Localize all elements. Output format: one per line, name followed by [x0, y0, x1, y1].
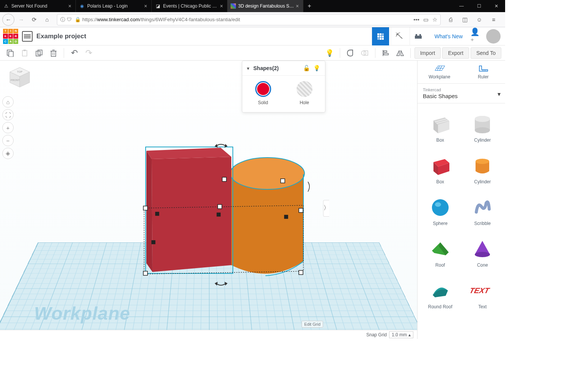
- export-button[interactable]: Export: [442, 47, 469, 59]
- minimize-button[interactable]: —: [453, 0, 470, 12]
- workplane-label: Workplane: [34, 303, 130, 324]
- shape-cylinder-hole[interactable]: Cylinder: [462, 107, 503, 147]
- tinkercad-logo[interactable]: TIN KER CAD: [3, 29, 18, 44]
- chevron-down-icon: ▾: [498, 91, 501, 98]
- delete-button[interactable]: [47, 47, 60, 59]
- back-button[interactable]: ←: [2, 14, 14, 26]
- redo-button[interactable]: ↷: [82, 47, 95, 59]
- svg-rect-42: [152, 241, 155, 244]
- edit-grid-button[interactable]: Edit Grid: [301, 321, 323, 328]
- shape-label: Sphere: [433, 221, 447, 226]
- browser-tab[interactable]: ⚠ Server Not Found ×: [0, 0, 76, 12]
- svg-rect-44: [281, 179, 285, 183]
- url-path: /things/6WIFehyV4C4-fantabulous-stantia/…: [140, 17, 240, 22]
- duplicate-button[interactable]: [33, 47, 46, 59]
- svg-point-68: [432, 199, 449, 216]
- solid-option[interactable]: Solid: [255, 81, 271, 105]
- blocks-view-button[interactable]: ⛏: [391, 27, 408, 45]
- mirror-button[interactable]: [394, 47, 407, 59]
- notes-icon[interactable]: [22, 31, 33, 42]
- shape-roof[interactable]: Roof: [420, 232, 461, 272]
- shape-label: Box: [436, 179, 444, 184]
- project-name[interactable]: Example project: [36, 33, 86, 40]
- snap-grid-selector[interactable]: 1.0 mm ▴: [389, 331, 413, 338]
- user-avatar[interactable]: [486, 29, 501, 44]
- sidebar-expand-button[interactable]: 〉: [323, 200, 329, 217]
- close-icon[interactable]: ×: [295, 3, 300, 9]
- align-button[interactable]: [379, 47, 392, 59]
- hole-option[interactable]: Hole: [297, 81, 312, 105]
- url-bar[interactable]: ⓘ 🛡 🔒 https://www.tinkercad.com/things/6…: [57, 14, 441, 25]
- browser-tab[interactable]: ◉ Polaris Leap - Login ×: [76, 0, 152, 12]
- library-icon[interactable]: ⎙: [444, 14, 457, 26]
- edit-toolbar: ↶ ↷ 💡 Import Export Send To: [0, 45, 505, 61]
- account-icon[interactable]: ☺: [473, 14, 485, 26]
- send-to-button[interactable]: Send To: [471, 47, 501, 59]
- svg-rect-13: [9, 52, 13, 57]
- category-name: Basic Shapes: [423, 93, 500, 99]
- close-icon[interactable]: ×: [67, 3, 72, 9]
- workplane-tool[interactable]: Workplane: [418, 61, 462, 83]
- shape-label: Cylinder: [474, 137, 491, 143]
- menu-icon[interactable]: ≡: [488, 14, 500, 26]
- url-prefix: https://: [82, 17, 97, 22]
- svg-point-31: [230, 158, 305, 189]
- shape-label: Cylinder: [474, 179, 491, 184]
- snap-grid-label: Snap Grid: [366, 332, 387, 337]
- import-button[interactable]: Import: [414, 47, 441, 59]
- shape-box-red[interactable]: Box: [420, 149, 461, 188]
- close-icon[interactable]: ×: [143, 3, 148, 9]
- shape-scribble[interactable]: Scribble: [462, 191, 503, 230]
- copy-button[interactable]: [4, 47, 17, 59]
- svg-rect-8: [382, 38, 384, 40]
- browser-tab-active[interactable]: 3D design Fantabulous Stantia ×: [228, 0, 303, 12]
- home-button[interactable]: ⌂: [41, 14, 53, 26]
- lego-view-button[interactable]: [410, 27, 427, 45]
- close-window-button[interactable]: ✕: [488, 0, 505, 12]
- svg-rect-3: [377, 36, 379, 37]
- bookmark-icon[interactable]: ☆: [432, 16, 437, 23]
- group-button[interactable]: [344, 47, 357, 59]
- shape-text[interactable]: TEXTText: [462, 274, 503, 313]
- ungroup-button[interactable]: [358, 47, 371, 59]
- svg-point-63: [475, 116, 490, 122]
- new-tab-button[interactable]: +: [303, 0, 316, 12]
- solid-swatch: [255, 81, 271, 97]
- canvas[interactable]: TOP FRONT ⌂ ⛶ + − ◈: [0, 61, 417, 339]
- close-icon[interactable]: ×: [219, 3, 224, 9]
- collapse-icon[interactable]: ▾: [247, 66, 250, 71]
- lock-icon[interactable]: 🔓: [303, 65, 310, 72]
- ruler-tool[interactable]: Ruler: [462, 61, 506, 83]
- shape-round-roof[interactable]: Round Roof: [420, 274, 461, 313]
- shape-category-selector[interactable]: Tinkercad Basic Shapes ▾: [418, 84, 505, 103]
- svg-point-69: [435, 202, 441, 207]
- paste-button[interactable]: [18, 47, 31, 59]
- sidebar-icon[interactable]: ◫: [459, 14, 471, 26]
- reader-icon[interactable]: ▭: [423, 16, 429, 23]
- more-icon[interactable]: •••: [413, 16, 419, 23]
- tab-title: Server Not Found: [11, 3, 67, 9]
- site-icon: ◪: [155, 3, 161, 9]
- status-bar: Snap Grid 1.0 mm ▴: [0, 330, 417, 339]
- shape-cylinder-orange[interactable]: Cylinder: [462, 149, 503, 188]
- shape-cone[interactable]: Cone: [462, 232, 503, 272]
- invite-icon[interactable]: 👤⁺: [470, 27, 483, 45]
- bulb-icon[interactable]: 💡: [323, 47, 336, 59]
- selected-shapes[interactable]: [133, 133, 311, 295]
- bricks-view-button[interactable]: [372, 27, 389, 45]
- workplane-tool-label: Workplane: [429, 74, 450, 80]
- info-icon: ⓘ: [60, 16, 65, 23]
- lock-icon: 🔒: [75, 17, 81, 22]
- undo-button[interactable]: ↶: [68, 47, 81, 59]
- maximize-button[interactable]: ☐: [470, 0, 488, 12]
- bulb-icon[interactable]: 💡: [313, 65, 320, 72]
- svg-point-23: [361, 51, 366, 55]
- shape-box-hole[interactable]: Box: [420, 107, 461, 147]
- forward-button[interactable]: →: [15, 14, 27, 26]
- whats-new-link[interactable]: What's New: [429, 33, 469, 39]
- svg-rect-5: [382, 36, 384, 37]
- shape-sphere[interactable]: Sphere: [420, 191, 461, 230]
- shield-icon: 🛡: [67, 17, 72, 22]
- reload-button[interactable]: ⟳: [28, 14, 40, 26]
- browser-tab[interactable]: ◪ Events | Chicago Public Library ×: [152, 0, 228, 12]
